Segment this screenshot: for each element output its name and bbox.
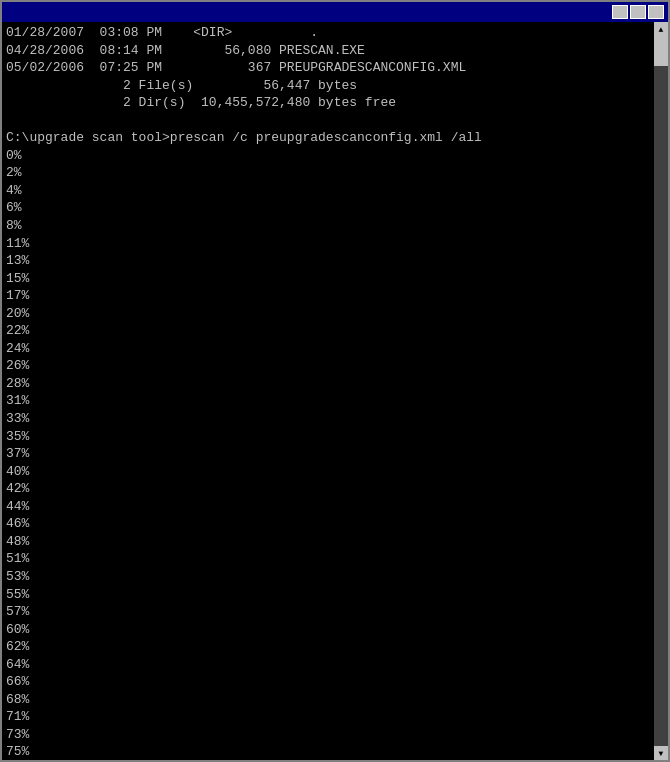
maximize-button[interactable] [630,5,646,19]
scroll-up-arrow[interactable]: ▲ [654,22,668,36]
close-button[interactable] [648,5,664,19]
title-bar-buttons [612,5,664,19]
scroll-thumb[interactable] [654,36,668,66]
scroll-track[interactable] [654,36,668,746]
cmd-window: 01/28/2007 03:08 PM <DIR> . 04/28/2006 0… [0,0,670,762]
title-bar [2,2,668,22]
scrollbar[interactable]: ▲ ▼ [654,22,668,760]
terminal-output[interactable]: 01/28/2007 03:08 PM <DIR> . 04/28/2006 0… [2,22,654,760]
terminal-wrapper: 01/28/2007 03:08 PM <DIR> . 04/28/2006 0… [2,22,668,760]
minimize-button[interactable] [612,5,628,19]
scroll-down-arrow[interactable]: ▼ [654,746,668,760]
